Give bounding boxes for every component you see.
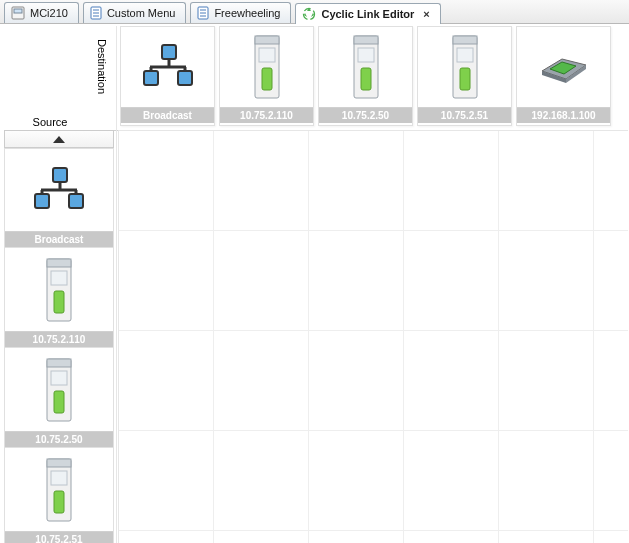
destination-item[interactable]: 192.168.1.100 — [516, 26, 611, 126]
document-icon — [197, 6, 209, 20]
svg-rect-28 — [457, 48, 473, 62]
scroll-up-button[interactable] — [4, 130, 114, 148]
drive-icon — [44, 448, 74, 531]
svg-rect-46 — [47, 359, 71, 367]
tab-bar: MCi210 Custom Menu Freewheeling Cyclic L… — [0, 0, 629, 24]
svg-rect-1 — [14, 9, 22, 13]
destination-item-broadcast[interactable]: Broadcast — [120, 26, 215, 126]
tab-custom-menu[interactable]: Custom Menu — [83, 2, 186, 23]
item-label: 10.75.2.51 — [5, 531, 113, 543]
network-icon — [29, 149, 89, 231]
destination-item[interactable]: 10.75.2.110 — [219, 26, 314, 126]
source-item[interactable]: 10.75.2.51 — [4, 448, 114, 543]
svg-rect-50 — [47, 459, 71, 467]
destination-item[interactable]: 10.75.2.51 — [417, 26, 512, 126]
tab-label: MCi210 — [30, 7, 68, 19]
tab-label: Cyclic Link Editor — [321, 8, 414, 20]
tab-label: Freewheeling — [214, 7, 280, 19]
destination-row: Broadcast 10.75.2.110 10.75.2.50 10.75.2… — [120, 26, 611, 126]
editor-content: Destination Source Broadcast 10.75.2.110… — [0, 24, 629, 543]
close-icon[interactable]: × — [423, 8, 429, 20]
svg-rect-29 — [460, 68, 470, 90]
drive-icon — [450, 27, 480, 107]
drive-icon — [44, 348, 74, 431]
svg-rect-42 — [47, 259, 71, 267]
drive-icon — [351, 27, 381, 107]
svg-rect-34 — [53, 168, 67, 182]
item-label: 10.75.2.50 — [319, 107, 412, 123]
svg-rect-36 — [69, 194, 83, 208]
svg-rect-11 — [162, 45, 176, 59]
svg-rect-44 — [54, 291, 64, 313]
svg-rect-19 — [255, 36, 279, 44]
source-header: Source — [10, 116, 90, 128]
svg-rect-20 — [259, 48, 275, 62]
svg-rect-52 — [54, 491, 64, 513]
destination-item[interactable]: 10.75.2.50 — [318, 26, 413, 126]
item-label: Broadcast — [5, 231, 113, 247]
tab-cyclic-link-editor[interactable]: Cyclic Link Editor × — [295, 3, 440, 24]
svg-rect-24 — [358, 48, 374, 62]
svg-rect-43 — [51, 271, 67, 285]
tab-label: Custom Menu — [107, 7, 175, 19]
tab-freewheeling[interactable]: Freewheeling — [190, 2, 291, 23]
item-label: Broadcast — [121, 107, 214, 123]
svg-rect-48 — [54, 391, 64, 413]
svg-rect-23 — [354, 36, 378, 44]
item-label: 10.75.2.50 — [5, 431, 113, 447]
svg-rect-12 — [144, 71, 158, 85]
device-icon — [11, 6, 25, 20]
svg-rect-27 — [453, 36, 477, 44]
svg-rect-35 — [35, 194, 49, 208]
source-column: Broadcast 10.75.2.110 10.75.2.50 10.75.2… — [4, 148, 114, 543]
svg-rect-21 — [262, 68, 272, 90]
network-icon — [138, 27, 198, 107]
source-item[interactable]: 10.75.2.110 — [4, 248, 114, 348]
item-label: 10.75.2.110 — [220, 107, 313, 123]
drive-icon — [44, 248, 74, 331]
destination-header: Destination — [92, 28, 108, 106]
link-matrix-grid[interactable] — [118, 130, 628, 543]
item-label: 10.75.2.51 — [418, 107, 511, 123]
svg-rect-13 — [178, 71, 192, 85]
document-icon — [90, 6, 102, 20]
svg-rect-25 — [361, 68, 371, 90]
item-label: 10.75.2.110 — [5, 331, 113, 347]
recycle-icon — [302, 7, 316, 21]
divider — [116, 26, 117, 543]
source-item-broadcast[interactable]: Broadcast — [4, 148, 114, 248]
drive-icon — [252, 27, 282, 107]
svg-rect-47 — [51, 371, 67, 385]
item-label: 192.168.1.100 — [517, 107, 610, 123]
svg-rect-51 — [51, 471, 67, 485]
tab-mci210[interactable]: MCi210 — [4, 2, 79, 23]
source-item[interactable]: 10.75.2.50 — [4, 348, 114, 448]
module-icon — [536, 27, 592, 107]
